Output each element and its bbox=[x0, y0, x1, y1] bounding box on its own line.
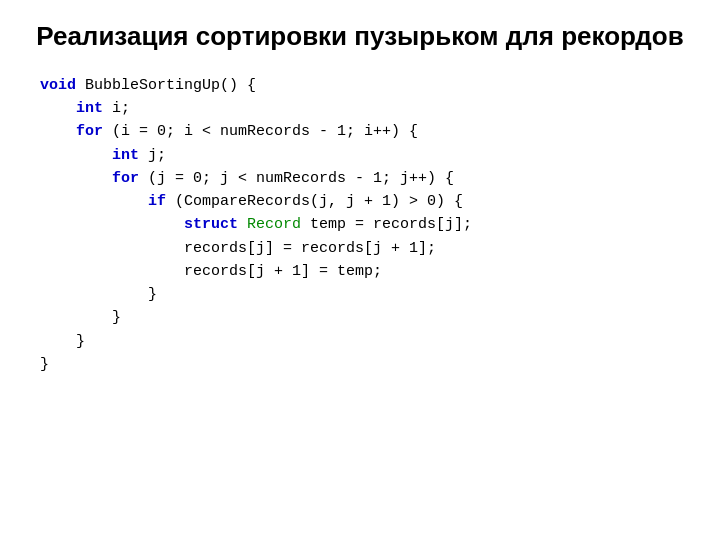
code-token bbox=[40, 123, 76, 140]
code-token: } bbox=[40, 333, 85, 350]
code-token bbox=[40, 216, 184, 233]
code-token bbox=[40, 147, 112, 164]
code-line: } bbox=[40, 353, 690, 376]
code-line: void BubbleSortingUp() { bbox=[40, 74, 690, 97]
code-line: records[j] = records[j + 1]; bbox=[40, 237, 690, 260]
code-token: records[j + 1] = temp; bbox=[40, 263, 382, 280]
code-token bbox=[238, 216, 247, 233]
code-token: (CompareRecords(j, j + 1) > 0) { bbox=[166, 193, 463, 210]
code-line: int i; bbox=[40, 97, 690, 120]
code-token: } bbox=[40, 309, 121, 326]
code-token: BubbleSortingUp() { bbox=[76, 77, 256, 94]
page-container: Реализация сортировки пузырьком для реко… bbox=[0, 0, 720, 540]
code-line: for (i = 0; i < numRecords - 1; i++) { bbox=[40, 120, 690, 143]
code-block: void BubbleSortingUp() { int i; for (i =… bbox=[30, 74, 690, 376]
code-line: } bbox=[40, 283, 690, 306]
code-token: if bbox=[148, 193, 166, 210]
code-token: int bbox=[76, 100, 103, 117]
code-line: for (j = 0; j < numRecords - 1; j++) { bbox=[40, 167, 690, 190]
code-token: void bbox=[40, 77, 76, 94]
code-token: (i = 0; i < numRecords - 1; i++) { bbox=[103, 123, 418, 140]
code-line: records[j + 1] = temp; bbox=[40, 260, 690, 283]
code-line: int j; bbox=[40, 144, 690, 167]
code-token bbox=[40, 193, 148, 210]
code-token: } bbox=[40, 286, 157, 303]
code-token: Record bbox=[247, 216, 301, 233]
code-token: temp = records[j]; bbox=[301, 216, 472, 233]
code-token: struct bbox=[184, 216, 238, 233]
code-token bbox=[40, 100, 76, 117]
code-token: (j = 0; j < numRecords - 1; j++) { bbox=[139, 170, 454, 187]
code-token: } bbox=[40, 356, 49, 373]
code-token: i; bbox=[103, 100, 130, 117]
code-line: struct Record temp = records[j]; bbox=[40, 213, 690, 236]
code-line: if (CompareRecords(j, j + 1) > 0) { bbox=[40, 190, 690, 213]
code-token: int bbox=[112, 147, 139, 164]
code-line: } bbox=[40, 330, 690, 353]
code-line: } bbox=[40, 306, 690, 329]
code-token: records[j] = records[j + 1]; bbox=[40, 240, 436, 257]
code-token: for bbox=[76, 123, 103, 140]
code-token bbox=[40, 170, 112, 187]
code-token: for bbox=[112, 170, 139, 187]
page-title: Реализация сортировки пузырьком для реко… bbox=[30, 20, 690, 54]
code-token: j; bbox=[139, 147, 166, 164]
